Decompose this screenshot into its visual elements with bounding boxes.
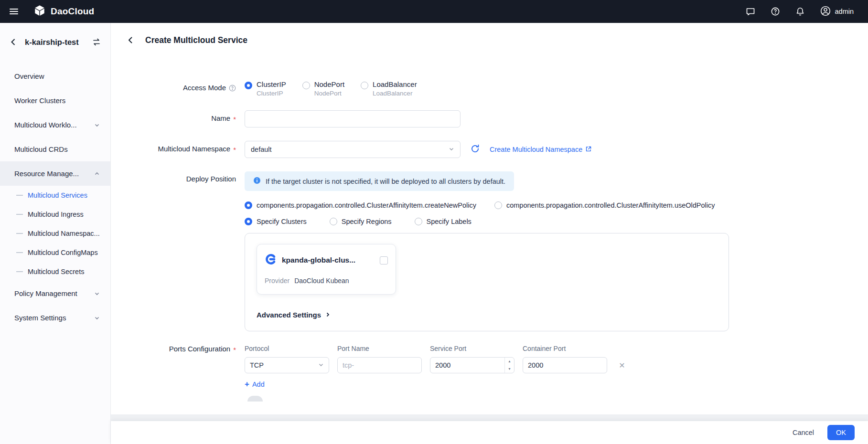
- container-port-column-header: Container Port: [523, 345, 607, 352]
- sidebar-item-resource-management[interactable]: Resource Manage...: [0, 161, 110, 186]
- dash-icon: [16, 252, 23, 253]
- create-namespace-link[interactable]: Create Multicloud Namespace: [490, 146, 592, 154]
- increment-icon[interactable]: ▴: [505, 358, 514, 365]
- page-title: Create Multicloud Service: [145, 35, 247, 45]
- container-port-input[interactable]: [523, 357, 607, 373]
- name-label: Name *: [125, 110, 245, 127]
- specify-labels-option[interactable]: Specify Labels: [415, 218, 472, 225]
- protocol-select[interactable]: TCP: [245, 357, 329, 373]
- decrement-icon[interactable]: ▾: [505, 365, 514, 373]
- cluster-logo-icon: [265, 253, 277, 267]
- access-mode-option-loadbalancer[interactable]: LoadBalancer LoadBalancer: [361, 80, 417, 97]
- form-content: Access Mode ClusterIP ClusterIP: [111, 57, 868, 414]
- content-gap: [111, 414, 868, 421]
- specify-clusters-option[interactable]: Specify Clusters: [245, 218, 307, 225]
- cancel-button[interactable]: Cancel: [793, 429, 814, 436]
- sidebar-item-multicloud-configmaps[interactable]: Multicloud ConfigMaps: [0, 243, 110, 262]
- port-name-input[interactable]: [337, 357, 422, 373]
- radio-selected-icon[interactable]: [245, 82, 252, 89]
- advanced-settings-toggle[interactable]: Advanced Settings: [257, 311, 331, 319]
- service-port-column-header: Service Port: [430, 345, 514, 352]
- ok-button[interactable]: OK: [827, 425, 855, 440]
- radio-icon[interactable]: [361, 82, 368, 89]
- provider-label: Provider: [265, 277, 289, 285]
- user-menu[interactable]: admin: [820, 5, 854, 18]
- sidebar-item-multicloud-ingress[interactable]: Multicloud Ingress: [0, 205, 110, 224]
- access-mode-option-nodeport[interactable]: NodePort NodePort: [302, 80, 344, 97]
- namespace-select[interactable]: default: [245, 141, 461, 158]
- sidebar-item-multicloud-secrets[interactable]: Multicloud Secrets: [0, 262, 110, 281]
- sidebar-item-system-settings[interactable]: System Settings: [0, 306, 110, 330]
- chevron-down-icon: [94, 291, 100, 296]
- sidebar-item-multicloud-services[interactable]: Multicloud Services: [0, 186, 110, 205]
- username: admin: [835, 8, 854, 15]
- user-avatar-icon: [820, 5, 831, 18]
- info-icon: [253, 177, 261, 186]
- switch-cluster-icon[interactable]: [91, 37, 102, 47]
- hamburger-menu-icon[interactable]: [0, 0, 28, 23]
- port-name-column-header: Port Name: [337, 345, 422, 352]
- help-circle-icon[interactable]: [229, 85, 236, 93]
- chevron-down-icon: [94, 315, 100, 321]
- provider-value: DaoCloud Kubean: [294, 277, 349, 285]
- access-mode-option-clusterip[interactable]: ClusterIP ClusterIP: [245, 80, 286, 97]
- sidebar-item-policy-management[interactable]: Policy Management: [0, 281, 110, 306]
- cluster-selection-panel: kpanda-global-clus... Provider DaoCloud …: [245, 233, 729, 331]
- cluster-name: k-kairship-test: [25, 38, 79, 47]
- sidebar-item-worker-clusters[interactable]: Worker Clusters: [0, 88, 110, 113]
- refresh-icon[interactable]: [470, 144, 480, 156]
- deploy-position-label: Deploy Position: [125, 171, 245, 331]
- sidebar-item-multicloud-workloads[interactable]: Multicloud Worklo...: [0, 113, 110, 137]
- name-input[interactable]: [245, 110, 461, 127]
- cluster-card[interactable]: kpanda-global-clus... Provider DaoCloud …: [257, 244, 396, 295]
- chevron-down-icon: [449, 146, 454, 153]
- radio-icon[interactable]: [494, 201, 502, 209]
- required-asterisk: *: [233, 114, 236, 123]
- cluster-card-name: kpanda-global-clus...: [282, 256, 375, 264]
- external-link-icon: [585, 146, 592, 154]
- message-icon[interactable]: [745, 6, 756, 17]
- sidebar-item-multicloud-namespaces[interactable]: Multicloud Namespac...: [0, 224, 110, 243]
- chevron-right-icon: [325, 311, 331, 319]
- specify-regions-option[interactable]: Specify Regions: [330, 218, 392, 225]
- service-port-field: ▴ ▾: [430, 357, 514, 373]
- daocloud-logo-icon: [33, 4, 46, 19]
- collapsed-element-partial: [247, 396, 263, 402]
- brand[interactable]: DaoCloud: [33, 4, 94, 19]
- remove-port-row-icon[interactable]: ✕: [615, 361, 629, 370]
- required-asterisk: *: [233, 145, 236, 154]
- sidebar-item-overview[interactable]: Overview: [0, 64, 110, 88]
- radio-icon[interactable]: [330, 218, 337, 225]
- ports-configuration-label: Ports Configuration *: [125, 345, 245, 402]
- notification-bell-icon[interactable]: [795, 6, 805, 17]
- info-alert: If the target cluster is not specified, …: [245, 171, 514, 191]
- namespace-label: Multicloud Namespace *: [125, 141, 245, 158]
- dash-icon: [16, 233, 23, 234]
- page-header: Create Multicloud Service: [111, 23, 868, 57]
- radio-selected-icon[interactable]: [245, 218, 252, 225]
- sidebar-item-multicloud-crds[interactable]: Multicloud CRDs: [0, 137, 110, 161]
- radio-icon[interactable]: [302, 82, 310, 89]
- chevron-down-icon: [318, 361, 324, 369]
- sidebar: k-kairship-test Overview Worker Clusters…: [0, 23, 111, 444]
- chevron-down-icon: [94, 122, 100, 128]
- back-arrow-icon[interactable]: [8, 36, 19, 48]
- required-asterisk: *: [233, 345, 236, 354]
- radio-icon[interactable]: [415, 218, 422, 225]
- dash-icon: [16, 195, 23, 196]
- service-port-input[interactable]: [430, 357, 514, 373]
- protocol-column-header: Portocol: [245, 345, 329, 352]
- brand-name: DaoCloud: [51, 6, 94, 17]
- back-arrow-icon[interactable]: [125, 34, 137, 46]
- add-port-button[interactable]: + Add: [245, 380, 265, 388]
- policy-option-create-new[interactable]: components.propagation.controlled.Cluste…: [245, 201, 476, 209]
- sidebar-nav: Overview Worker Clusters Multicloud Work…: [0, 61, 110, 330]
- plus-icon: +: [245, 380, 249, 388]
- cluster-checkbox[interactable]: [380, 256, 388, 264]
- help-icon[interactable]: [770, 6, 781, 17]
- footer-action-bar: Cancel OK: [111, 421, 868, 444]
- topbar: DaoCloud admin: [0, 0, 868, 23]
- radio-selected-icon[interactable]: [245, 201, 252, 209]
- access-mode-label: Access Mode: [125, 80, 245, 97]
- policy-option-use-old[interactable]: components.propagation.controlled.Cluste…: [494, 201, 715, 209]
